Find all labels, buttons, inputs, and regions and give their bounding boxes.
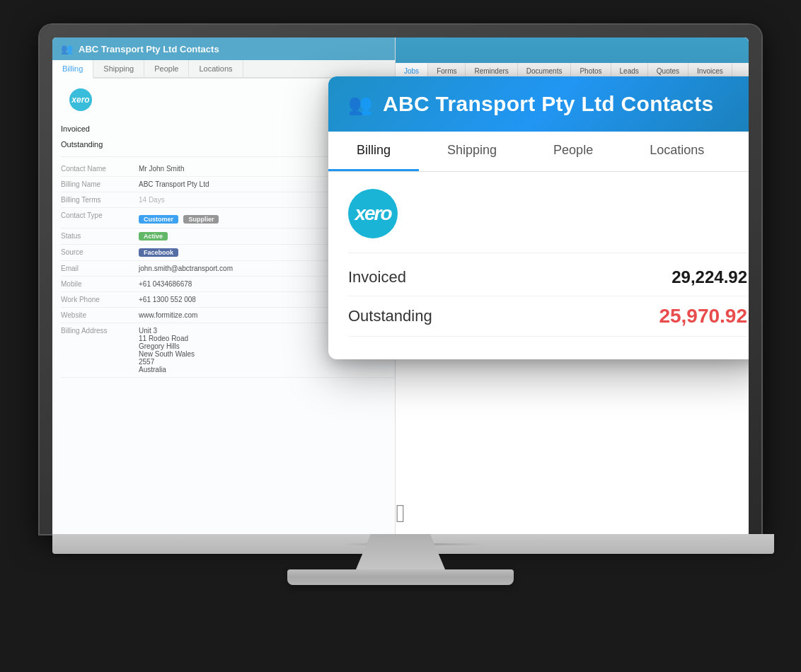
monitor-shell: 👥 ABC Transport Pty Ltd Contacts Billing… — [29, 25, 772, 647]
bg-header-title: ABC Transport Pty Ltd Contacts — [79, 44, 219, 54]
source-badge: Facebook — [139, 248, 178, 257]
bg-header-icon: 👥 — [61, 43, 73, 54]
xero-wordmark: xero — [355, 202, 391, 225]
website-value: www.formitize.com — [139, 311, 197, 319]
popup-tab-shipping[interactable]: Shipping — [419, 132, 525, 171]
screen-background: 👥 ABC Transport Pty Ltd Contacts Billing… — [52, 37, 749, 534]
popup-outstanding-value: 25,970.92 — [659, 305, 747, 328]
popup-tab-locations[interactable]: Locations — [621, 132, 732, 171]
bg-right-header — [396, 37, 749, 63]
billing-name-label: Billing Name — [61, 180, 139, 188]
billing-address-value: Unit 311 Rodeo RoadGregory HillsNew Sout… — [139, 327, 195, 373]
contact-type-label: Contact Type — [61, 212, 139, 219]
badge-customer: Customer — [139, 215, 178, 224]
monitor-stand-base — [287, 569, 514, 585]
billing-terms-value: 14 Days — [139, 196, 165, 204]
billing-terms-label: Billing Terms — [61, 196, 139, 204]
popup-tab-people[interactable]: People — [525, 132, 621, 171]
mobile-value: +61 0434686678 — [139, 280, 192, 288]
contact-name-value: Mr John Smith — [139, 165, 184, 173]
popup-invoiced-label: Invoiced — [348, 268, 406, 286]
popup-header: 👥 ABC Transport Pty Ltd Contacts — [328, 76, 749, 132]
contact-name-label: Contact Name — [61, 165, 139, 173]
popup-header-icon: 👥 — [348, 93, 373, 116]
status-label: Status — [61, 232, 139, 240]
popup-invoiced-value: 29,224.92 — [672, 267, 747, 287]
popup-tab-billing[interactable]: Billing — [328, 132, 419, 171]
popup-card: 👥 ABC Transport Pty Ltd Contacts Billing… — [328, 76, 749, 359]
source-label: Source — [61, 248, 139, 256]
screen: 👥 ABC Transport Pty Ltd Contacts Billing… — [52, 37, 749, 534]
billing-name-value: ABC Transport Pty Ltd — [139, 180, 209, 188]
bg-xero-logo: xero — [69, 88, 92, 111]
contact-type-badges: Customer Supplier — [139, 212, 221, 224]
apple-logo:  — [396, 499, 405, 528]
work-phone-label: Work Phone — [61, 296, 139, 303]
popup-outstanding-label: Outstanding — [348, 307, 432, 325]
bg-outstanding-label: Outstanding — [61, 140, 103, 149]
screen-bezel: 👥 ABC Transport Pty Ltd Contacts Billing… — [40, 25, 761, 534]
popup-xero-logo: xero — [348, 189, 398, 238]
popup-outstanding-row: Outstanding 25,970.92 — [348, 296, 747, 337]
popup-header-title: ABC Transport Pty Ltd Contacts — [383, 92, 713, 116]
popup-tabs: Billing Shipping People Locations — [328, 132, 749, 172]
popup-body: xero Invoiced 29,224.92 Outstanding 25,9… — [328, 172, 749, 359]
bg-app-header: 👥 ABC Transport Pty Ltd Contacts — [52, 37, 448, 60]
bg-tab-people[interactable]: People — [144, 60, 189, 77]
bg-tab-billing[interactable]: Billing — [52, 60, 93, 79]
bg-invoiced-label: Invoiced — [61, 124, 90, 133]
website-label: Website — [61, 311, 139, 319]
mobile-label: Mobile — [61, 280, 139, 288]
popup-invoiced-row: Invoiced 29,224.92 — [348, 259, 747, 296]
bg-tab-locations[interactable]: Locations — [189, 60, 243, 77]
email-label: Email — [61, 265, 139, 272]
billing-address-label: Billing Address — [61, 327, 139, 335]
status-badge: Active — [139, 232, 168, 241]
badge-supplier: Supplier — [183, 215, 219, 224]
work-phone-value: +61 1300 552 008 — [139, 296, 196, 303]
email-value: john.smith@abctransport.com — [139, 265, 233, 272]
bg-tab-shipping[interactable]: Shipping — [93, 60, 144, 77]
